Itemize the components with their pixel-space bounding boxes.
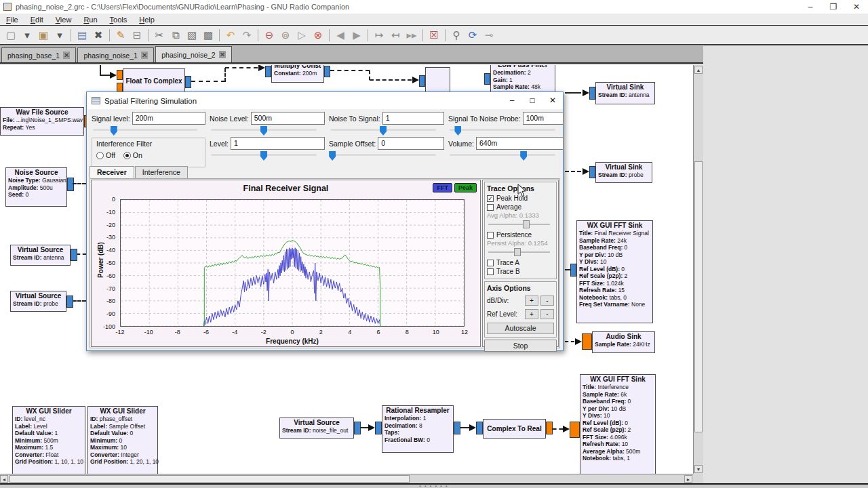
db-div-minus-button[interactable]: - bbox=[540, 296, 554, 306]
field-value-input[interactable]: 1 bbox=[382, 112, 444, 125]
dialog-minimize-button[interactable]: – bbox=[502, 92, 522, 109]
peak-hold-checkbox[interactable]: ✓ bbox=[487, 195, 494, 202]
forward-icon[interactable]: ▶ bbox=[349, 27, 365, 43]
complex-to-real[interactable]: Complex To Real bbox=[483, 419, 546, 439]
field-slider[interactable] bbox=[211, 129, 317, 131]
field-slider[interactable] bbox=[450, 129, 555, 131]
edit-icon[interactable]: ✎ bbox=[113, 27, 129, 43]
save-icon[interactable]: ▤ bbox=[74, 27, 90, 43]
complex-port[interactable] bbox=[589, 87, 595, 100]
slider-thumb[interactable] bbox=[380, 126, 387, 136]
close-file-icon[interactable]: ✖ bbox=[90, 27, 106, 43]
tab-receiver[interactable]: Receiver bbox=[90, 166, 134, 178]
field-slider[interactable] bbox=[211, 154, 317, 156]
field-value-input[interactable]: 0 bbox=[378, 137, 444, 150]
kill-icon[interactable]: ⊗ bbox=[310, 27, 326, 43]
complex-port[interactable] bbox=[185, 76, 191, 88]
complex-port[interactable] bbox=[265, 66, 271, 77]
open-dropdown-icon[interactable]: ▾ bbox=[52, 27, 68, 43]
menu-tools[interactable]: Tools bbox=[104, 16, 134, 24]
audio-sink[interactable]: Audio SinkSample Rate: 24KHz bbox=[592, 331, 655, 353]
flowgraph-tab-phasing_noise_2[interactable]: phasing_noise_2✕ bbox=[155, 46, 232, 62]
close-button[interactable]: ✕ bbox=[845, 0, 868, 14]
plug-icon[interactable]: ⊸ bbox=[481, 27, 497, 43]
undo-icon[interactable]: ↶ bbox=[222, 27, 239, 43]
ports-left-icon[interactable]: ↦ bbox=[371, 27, 387, 43]
virtual-source-noise-file[interactable]: Virtual SourceStream ID: noise_file_out bbox=[279, 418, 354, 439]
menu-run[interactable]: Run bbox=[77, 16, 103, 24]
avg-alpha-slider[interactable] bbox=[488, 224, 550, 225]
menu-help[interactable]: Help bbox=[133, 16, 161, 24]
peak-button[interactable]: Peak bbox=[454, 183, 477, 192]
scroll-left-button[interactable]: ◄ bbox=[0, 475, 8, 483]
complex-port[interactable] bbox=[570, 264, 576, 277]
float-port[interactable] bbox=[546, 422, 553, 434]
wav-file-source[interactable]: Wav File SourceFile: ...ing\Noise_1_SMPS… bbox=[0, 107, 84, 136]
ports-right-icon[interactable]: ↤ bbox=[387, 27, 403, 43]
wx-gui-fft-sink-receiver[interactable]: WX GUI FFT SinkTitle: Final Receiver Sig… bbox=[576, 220, 653, 323]
paste-icon[interactable]: ▧ bbox=[184, 27, 200, 43]
field-slider[interactable] bbox=[330, 129, 436, 131]
complex-port[interactable] bbox=[454, 422, 460, 434]
flowgraph-tab-phasing_base_1[interactable]: phasing_base_1✕ bbox=[1, 47, 76, 62]
scroll-down-button[interactable]: ▼ bbox=[694, 465, 703, 473]
ref-level-plus-button[interactable]: + bbox=[525, 309, 538, 319]
interference-off-radio[interactable]: Off bbox=[96, 151, 115, 159]
average-checkbox[interactable] bbox=[487, 204, 494, 211]
field-slider[interactable] bbox=[330, 154, 436, 156]
open-flowgraph-icon[interactable]: ▣ bbox=[35, 27, 52, 43]
trace-a-checkbox[interactable] bbox=[487, 260, 494, 266]
report-icon[interactable]: ☒ bbox=[426, 27, 442, 43]
field-value-input[interactable]: 100m bbox=[523, 112, 564, 125]
execute-icon[interactable]: ▷ bbox=[294, 27, 310, 43]
float-port[interactable] bbox=[582, 333, 592, 350]
multiply-const[interactable]: Multiply ConstConstant: 200m bbox=[271, 65, 324, 83]
stop-button[interactable]: Stop bbox=[484, 340, 557, 352]
float-port[interactable] bbox=[117, 70, 123, 80]
persistence-checkbox[interactable] bbox=[487, 232, 494, 239]
skip-icon[interactable]: ▸▸ bbox=[403, 27, 420, 43]
dialog-maximize-button[interactable]: □ bbox=[522, 92, 542, 109]
float-port[interactable] bbox=[570, 422, 580, 438]
field-slider[interactable] bbox=[450, 154, 555, 156]
complex-port[interactable] bbox=[66, 296, 73, 308]
slider-thumb[interactable] bbox=[260, 126, 267, 136]
field-value-input[interactable]: 500m bbox=[251, 112, 325, 125]
scroll-right-button[interactable]: ► bbox=[684, 475, 692, 483]
tab-interference[interactable]: Interference bbox=[135, 166, 188, 178]
horizontal-scrollbar[interactable]: ◄ ► bbox=[0, 474, 693, 483]
slider-thumb[interactable] bbox=[260, 151, 267, 161]
complex-port[interactable] bbox=[476, 422, 483, 434]
duplicate-icon[interactable]: ▩ bbox=[200, 27, 216, 43]
field-slider[interactable] bbox=[93, 129, 197, 131]
minimize-button[interactable]: – bbox=[799, 0, 822, 14]
redo-icon[interactable]: ↷ bbox=[239, 27, 255, 43]
virtual-source-probe[interactable]: Virtual SourceStream ID: probe bbox=[10, 291, 66, 312]
unnamed-block[interactable] bbox=[425, 67, 450, 92]
new-flowgraph-icon[interactable]: ▢ bbox=[3, 27, 19, 43]
complex-port[interactable] bbox=[67, 178, 74, 191]
ref-level-minus-button[interactable]: - bbox=[540, 309, 554, 319]
field-value-input[interactable]: 200m bbox=[132, 112, 205, 125]
slider-thumb[interactable] bbox=[329, 151, 336, 161]
new-dropdown-icon[interactable]: ▾ bbox=[19, 27, 35, 43]
menu-edit[interactable]: Edit bbox=[24, 16, 50, 24]
field-value-input[interactable]: 640m bbox=[476, 137, 564, 150]
low-pass-filter[interactable]: Low Pass FilterDecimation: 2Gain: 1Sampl… bbox=[490, 65, 555, 94]
noise-source[interactable]: Noise SourceNoise Type: GaussianAmplitud… bbox=[5, 167, 67, 207]
complex-port[interactable] bbox=[419, 75, 425, 87]
copy-icon[interactable]: ⧉ bbox=[167, 27, 184, 43]
taskbar-edge[interactable]: • • • • • • bbox=[0, 483, 868, 488]
slider-thumb[interactable] bbox=[111, 126, 117, 136]
autoscale-button[interactable]: Autoscale bbox=[487, 323, 554, 334]
flowgraph-tab-phasing_noise_1[interactable]: phasing_noise_1✕ bbox=[77, 47, 154, 62]
errors-icon[interactable]: ⊖ bbox=[261, 27, 277, 43]
db-div-plus-button[interactable]: + bbox=[525, 296, 538, 306]
wx-gui-slider-level[interactable]: WX GUI SliderID: level_ncLabel: LevelDef… bbox=[12, 406, 85, 474]
complex-port[interactable] bbox=[589, 166, 595, 178]
vertical-scrollbar[interactable]: ▲ ▼ bbox=[693, 65, 703, 474]
interference-on-radio[interactable]: On bbox=[123, 151, 142, 159]
wx-gui-slider-offset[interactable]: WX GUI SliderID: phase_offsetLabel: Samp… bbox=[87, 406, 158, 474]
fft-button[interactable]: FFT bbox=[433, 183, 452, 192]
rational-resampler[interactable]: Rational ResamplerInterpolation: 1Decima… bbox=[382, 405, 454, 453]
